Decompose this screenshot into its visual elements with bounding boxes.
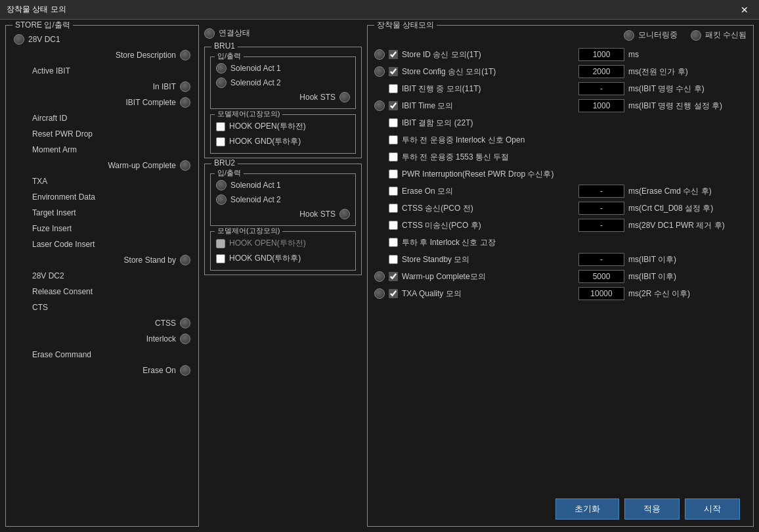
- label-active-ibit: Active IBIT: [32, 66, 70, 76]
- label-warmup-complete: Warm-up Complete: [108, 161, 176, 170]
- left-item-moment-arm: Moment Arm: [11, 143, 193, 157]
- led-in-ibit: [180, 81, 190, 92]
- label-fuze-insert: Fuze Insert: [32, 224, 72, 233]
- checkbox-ctss-send[interactable]: [389, 204, 398, 213]
- right-panel: 장착물 상태모의 모니터링중 패킷 수신됨 Store ID 송신 모의(1T)…: [367, 25, 754, 527]
- left-item-interlock: Interlock: [11, 332, 193, 346]
- right-row-store-config-send: Store Config 송신 모의(1T)ms(전원 인가 후): [374, 64, 747, 79]
- checkbox-interlock-fail[interactable]: [389, 238, 398, 247]
- bru1-solenoid2-led: [216, 78, 227, 88]
- value-ctss-send[interactable]: [578, 202, 624, 215]
- left-panel: STORE 입/출력 28V DC1Store DescriptionActiv…: [5, 25, 199, 527]
- label-store-desc: Store Description: [116, 51, 176, 60]
- bru2-hook-gnd-checkbox[interactable]: [216, 254, 225, 263]
- checkbox-ibit-result[interactable]: [389, 118, 398, 127]
- right-row-store-standby-sim: Store Standby 모의ms(IBIT 이후): [374, 252, 747, 267]
- led-warmup-complete: [180, 160, 190, 171]
- right-panel-title: 장착물 상태모의: [374, 20, 437, 31]
- connection-status-label: 연결상태: [219, 28, 250, 39]
- checkbox-store-id-send[interactable]: [389, 50, 398, 59]
- checkbox-erase-on-sim[interactable]: [389, 187, 398, 196]
- checkbox-store-config-send[interactable]: [389, 67, 398, 76]
- label-interlock-open: 투하 전 운용중 Interlock 신호 Open: [402, 135, 747, 146]
- label-erase-on-sim: Erase On 모의: [402, 186, 575, 197]
- checkbox-txa-quality[interactable]: [389, 289, 398, 298]
- checkbox-ibit-time[interactable]: [389, 101, 398, 110]
- bru1-io-title: 입/출력: [215, 51, 244, 61]
- value-warmup-sim[interactable]: [578, 270, 624, 283]
- label-ibit-complete: IBIT Complete: [126, 98, 176, 107]
- bru2-solenoid2-label: Solenoid Act 2: [230, 195, 281, 204]
- value-ibit-time[interactable]: [578, 99, 624, 112]
- label-ctss-miss: CTSS 미송신(PCO 후): [402, 220, 575, 231]
- label-env-data: Environment Data: [32, 192, 95, 202]
- bru1-hook-sts-label: Hook STS: [299, 93, 336, 102]
- checkbox-ibit-progress[interactable]: [389, 84, 398, 93]
- led-store-desc: [180, 50, 190, 60]
- packet-recv-led: [691, 30, 701, 41]
- bru1-solenoid1-led: [216, 63, 227, 74]
- right-rows: Store ID 송신 모의(1T)msStore Config 송신 모의(1…: [374, 47, 747, 301]
- label-store-standby: Store Stand by: [124, 255, 176, 265]
- label-28v-dc2: 28V DC2: [32, 271, 64, 280]
- left-item-store-desc: Store Description: [11, 48, 193, 62]
- bru2-hook-row: Hook STS: [216, 207, 350, 221]
- connection-status: 연결상태: [204, 25, 362, 41]
- bru1-solenoid2-label: Solenoid Act 2: [230, 78, 281, 87]
- checkbox-interlock-open[interactable]: [389, 135, 398, 144]
- label-reset-pwr-drop: Reset PWR Drop: [32, 129, 93, 139]
- main-content: STORE 입/출력 28V DC1Store DescriptionActiv…: [0, 20, 759, 532]
- bru1-solenoid1-row: Solenoid Act 1: [216, 61, 350, 76]
- value-erase-on-sim[interactable]: [578, 185, 624, 198]
- close-button[interactable]: ✕: [737, 3, 752, 16]
- checkbox-1553-block[interactable]: [389, 152, 398, 162]
- apply-button[interactable]: 적용: [624, 499, 680, 520]
- right-row-pwr-interruption: PWR Interruption(Reset PWR Drop 수신후): [374, 167, 747, 181]
- value-store-id-send[interactable]: [578, 48, 624, 61]
- label-store-id-send: Store ID 송신 모의(1T): [402, 49, 575, 60]
- value-ctss-miss[interactable]: [578, 219, 624, 232]
- checkbox-pwr-interruption[interactable]: [389, 169, 398, 179]
- unit-erase-on-sim: ms(Erase Cmd 수신 후): [628, 186, 747, 197]
- bru2-hook-open-checkbox[interactable]: [216, 239, 225, 248]
- bru2-solenoid1-led: [216, 180, 227, 190]
- left-item-in-ibit: In IBIT: [11, 79, 193, 94]
- init-button[interactable]: 초기화: [555, 499, 619, 520]
- bru1-hook-open-checkbox[interactable]: [216, 122, 225, 131]
- left-item-erase-command: Erase Command: [11, 347, 193, 362]
- bru2-hook-open-row: HOOK OPEN(투하전): [216, 236, 350, 251]
- bru2-solenoid2-led: [216, 194, 227, 205]
- label-release-consent: Release Consent: [32, 287, 93, 296]
- left-item-env-data: Environment Data: [11, 190, 193, 204]
- left-item-ibit-complete: IBIT Complete: [11, 95, 193, 110]
- left-item-target-insert: Target Insert: [11, 206, 193, 220]
- value-txa-quality[interactable]: [578, 287, 624, 300]
- label-cts: CTS: [32, 303, 48, 312]
- left-item-ctss: CTSS: [11, 316, 193, 330]
- bru2-hook-sts-label: Hook STS: [299, 210, 336, 219]
- label-ctss-send: CTSS 송신(PCO 전): [402, 203, 575, 214]
- label-interlock: Interlock: [146, 334, 176, 344]
- bru1-hook-row: Hook STS: [216, 90, 350, 104]
- value-store-config-send[interactable]: [578, 65, 624, 78]
- left-item-reset-pwr-drop: Reset PWR Drop: [11, 127, 193, 141]
- bottom-bar: 초기화 적용 시작: [555, 499, 740, 520]
- value-store-standby-sim[interactable]: [578, 253, 624, 266]
- start-button[interactable]: 시작: [685, 499, 740, 520]
- right-row-ibit-progress: IBIT 진행 중 모의(11T)ms(IBIT 명령 수신 후): [374, 81, 747, 96]
- unit-ctss-send: ms(Crt Ctl_D08 설정 후): [628, 203, 747, 214]
- bru1-hook-gnd-label: HOOK GND(투하후): [229, 136, 301, 147]
- bru1-hook-gnd-row: HOOK GND(투하후): [216, 134, 350, 149]
- checkbox-ctss-miss[interactable]: [389, 221, 398, 230]
- checkbox-warmup-sim[interactable]: [389, 272, 398, 281]
- bru2-solenoid1-row: Solenoid Act 1: [216, 178, 350, 192]
- left-item-release-consent: Release Consent: [11, 284, 193, 299]
- value-ibit-progress[interactable]: [578, 82, 624, 95]
- bru1-hook-gnd-checkbox[interactable]: [216, 137, 225, 146]
- window-title: 장착물 상태 모의: [7, 4, 66, 15]
- bru2-hook-open-label: HOOK OPEN(투하전): [229, 238, 306, 249]
- label-ctss: CTSS: [155, 319, 176, 328]
- checkbox-store-standby-sim[interactable]: [389, 255, 398, 264]
- led-store-standby: [180, 255, 190, 265]
- bru2-hook-gnd-row: HOOK GND(투하후): [216, 251, 350, 266]
